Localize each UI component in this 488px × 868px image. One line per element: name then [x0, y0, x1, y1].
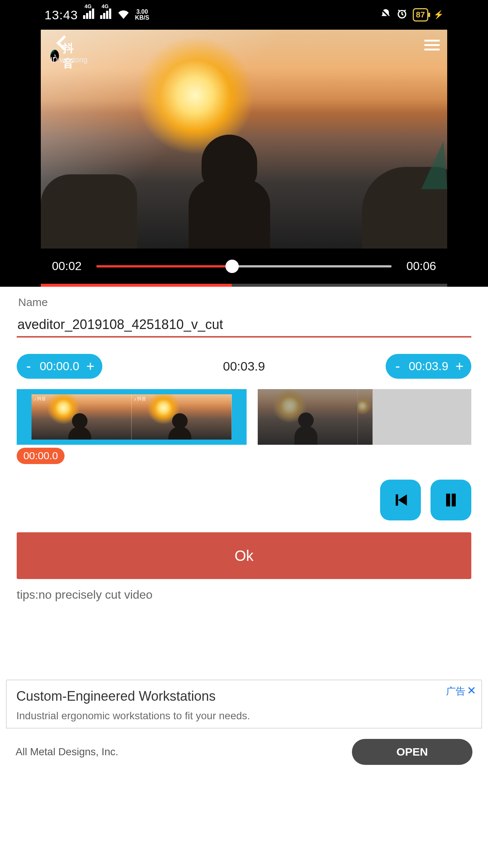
skip-previous-button[interactable]: [380, 480, 421, 520]
seek-thumb[interactable]: [225, 260, 239, 273]
watermark-id: ID:wyutong: [50, 56, 88, 64]
timeline-frame: [258, 389, 358, 445]
ok-button[interactable]: Ok: [17, 532, 471, 579]
start-plus-button[interactable]: +: [82, 358, 99, 374]
ad-banner[interactable]: 广告✕ Custom-Engineered Workstations Indus…: [6, 680, 482, 729]
start-time-stepper: - 00:00.0 +: [17, 354, 102, 379]
alarm-icon: [396, 8, 408, 22]
ad-subtitle: Industrial ergonomic workstations to fit…: [16, 710, 472, 722]
pause-button[interactable]: [431, 480, 471, 520]
total-time: 00:06: [406, 259, 436, 273]
ad-footer: All Metal Designs, Inc. OPEN: [6, 734, 482, 765]
status-bar: 13:43 4G 4G 3.00 KB/S: [41, 0, 447, 30]
ad-close-icon[interactable]: ✕: [467, 684, 476, 697]
end-plus-button[interactable]: +: [451, 358, 468, 374]
timeline-frame: ♪抖音: [132, 394, 232, 440]
wifi-icon: [117, 9, 130, 22]
video-frame[interactable]: ♪ 抖音 ID:wyutong: [41, 30, 447, 249]
end-time-stepper: - 00:03.9 +: [386, 354, 471, 379]
buffer-progress: [41, 284, 447, 287]
duration-value: 00:03.9: [223, 359, 265, 374]
video-player[interactable]: ♪ 抖音 ID:wyutong 00:02 00:06: [41, 30, 447, 287]
battery-icon: 87: [413, 8, 428, 22]
selection-end-handle[interactable]: [232, 389, 247, 445]
position-badge: 00:00.0: [17, 448, 65, 464]
video-controls: 00:02 00:06: [41, 249, 447, 284]
ad-label: 广告: [446, 685, 465, 697]
name-label: Name: [17, 296, 471, 309]
timeline-scrubber[interactable]: ♪抖音 ♪抖音: [17, 389, 471, 445]
end-minus-button[interactable]: -: [389, 358, 406, 374]
timeline-frame: [358, 389, 373, 445]
network-speed: 3.00 KB/S: [135, 9, 149, 21]
selection-range[interactable]: ♪抖音 ♪抖音: [32, 389, 232, 445]
mute-icon: [380, 8, 391, 22]
charging-icon: ⚡: [433, 10, 444, 20]
timeline-frame: ♪抖音: [32, 394, 132, 440]
ad-open-button[interactable]: OPEN: [352, 739, 472, 765]
tips-text: tips:no precisely cut video: [17, 588, 471, 602]
name-input[interactable]: [17, 314, 471, 338]
status-time: 13:43: [44, 8, 78, 22]
menu-button[interactable]: [424, 37, 440, 53]
selection-start-handle[interactable]: [17, 389, 32, 445]
start-minus-button[interactable]: -: [20, 358, 37, 374]
current-time: 00:02: [52, 259, 82, 273]
seek-slider[interactable]: [96, 265, 392, 267]
ad-company: All Metal Designs, Inc.: [16, 746, 118, 758]
signal-2-icon: 4G: [100, 9, 112, 22]
timeline-after[interactable]: [258, 389, 471, 445]
signal-1-icon: 4G: [83, 9, 95, 22]
start-time-value[interactable]: 00:00.0: [37, 359, 82, 373]
end-time-value[interactable]: 00:03.9: [406, 359, 451, 373]
ad-title: Custom-Engineered Workstations: [16, 688, 472, 704]
